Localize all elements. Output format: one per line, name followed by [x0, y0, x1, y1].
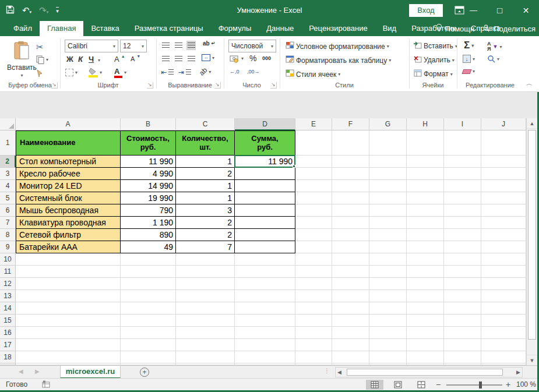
decrease-font-button[interactable]: А▼	[131, 55, 140, 62]
share-button[interactable]: Поделиться	[482, 24, 536, 34]
cell-F8[interactable]	[332, 229, 369, 241]
font-color-button[interactable]: А▾	[114, 67, 126, 78]
merge-center-icon[interactable]: ↔▾	[202, 54, 214, 61]
cell-F7[interactable]	[332, 217, 369, 229]
cell-D3[interactable]	[235, 168, 295, 180]
fill-color-button[interactable]: ▾	[89, 68, 102, 77]
cell-D2[interactable]: 11 990	[235, 156, 295, 168]
cell-A6[interactable]: Мышь беспроводная	[16, 204, 121, 217]
fill-down-icon[interactable]: ↓▾	[463, 55, 475, 63]
cell-I1[interactable]	[444, 130, 481, 156]
clipboard-dialog-launcher-icon[interactable]: ↘	[51, 82, 58, 89]
cell-C2[interactable]: 1	[176, 156, 235, 168]
cell-J12[interactable]	[481, 278, 526, 290]
cell-H10[interactable]	[407, 253, 444, 266]
cell-H17[interactable]	[407, 339, 444, 351]
cell-E4[interactable]	[295, 180, 332, 192]
tab-formulas[interactable]: Формулы	[211, 21, 259, 36]
borders-button[interactable]: ▾	[65, 69, 77, 76]
sheet-tab[interactable]: microexcel.ru	[60, 366, 121, 379]
cell-B5[interactable]: 19 990	[121, 192, 176, 204]
cell-G8[interactable]	[369, 229, 407, 241]
add-sheet-icon[interactable]: +	[140, 368, 149, 377]
cell-I12[interactable]	[444, 278, 481, 290]
font-name-select[interactable]: Calibri▾	[65, 40, 118, 52]
cell-E7[interactable]	[295, 217, 332, 229]
row-header-2[interactable]: 2	[0, 156, 16, 168]
undo-icon[interactable]: ↶▾	[22, 5, 31, 16]
cell-J5[interactable]	[481, 192, 526, 204]
cell-A9[interactable]: Батарейки AAA	[16, 241, 121, 253]
comma-style-icon[interactable]: 000	[262, 55, 271, 61]
cell-H14[interactable]	[407, 302, 444, 315]
cell-J15[interactable]	[481, 315, 526, 327]
cell-G9[interactable]	[369, 241, 407, 253]
underline-dropdown-arrow[interactable]: ▾	[98, 58, 100, 63]
row-header-18[interactable]: 18	[0, 351, 16, 363]
copy-icon[interactable]: ▾	[36, 55, 48, 64]
cell-D6[interactable]	[235, 204, 295, 217]
cell-F5[interactable]	[332, 192, 369, 204]
tab-file[interactable]: Файл	[6, 21, 40, 36]
bold-button[interactable]: Ж	[66, 55, 73, 63]
cell-A4[interactable]: Монитор 24 LED	[16, 180, 121, 192]
row-header-1[interactable]: 1	[0, 130, 16, 156]
cell-C3[interactable]: 2	[176, 168, 235, 180]
view-page-layout-icon[interactable]	[389, 380, 407, 390]
cell-H7[interactable]	[407, 217, 444, 229]
cell-B17[interactable]	[121, 339, 176, 351]
format-as-table-button[interactable]: Форматировать как таблицу▾	[286, 55, 391, 65]
cell-B14[interactable]	[121, 302, 176, 315]
cell-I6[interactable]	[444, 204, 481, 217]
cell-J6[interactable]	[481, 204, 526, 217]
select-all-button[interactable]	[0, 118, 16, 130]
cell-F3[interactable]	[332, 168, 369, 180]
tab-insert[interactable]: Вставка	[83, 21, 126, 36]
cell-J17[interactable]	[481, 339, 526, 351]
cell-D5[interactable]	[235, 192, 295, 204]
vertical-scroll-thumb[interactable]	[528, 130, 536, 340]
cell-A2[interactable]: Стол компьютерный	[16, 156, 121, 168]
close-button[interactable]: ✕	[513, 0, 539, 21]
cell-B3[interactable]: 4 990	[121, 168, 176, 180]
cell-C15[interactable]	[176, 315, 235, 327]
cell-D15[interactable]	[235, 315, 295, 327]
cell-E1[interactable]	[295, 130, 332, 156]
view-normal-icon[interactable]	[366, 380, 383, 390]
align-right-icon[interactable]	[186, 54, 196, 63]
cell-H6[interactable]	[407, 204, 444, 217]
cell-J1[interactable]	[481, 130, 526, 156]
row-header-16[interactable]: 16	[0, 327, 16, 339]
cell-F2[interactable]	[332, 156, 369, 168]
cell-G5[interactable]	[369, 192, 407, 204]
cell-J16[interactable]	[481, 327, 526, 339]
cell-J8[interactable]	[481, 229, 526, 241]
cell-D4[interactable]	[235, 180, 295, 192]
cell-H3[interactable]	[407, 168, 444, 180]
cell-B1[interactable]: Стоимость,руб.	[121, 130, 176, 156]
cell-C14[interactable]	[176, 302, 235, 315]
cell-B13[interactable]	[121, 290, 176, 302]
cell-J7[interactable]	[481, 217, 526, 229]
zoom-in-icon[interactable]: +	[506, 380, 510, 389]
number-format-select[interactable]: Числовой▾	[228, 40, 276, 52]
cell-B10[interactable]	[121, 253, 176, 266]
insert-cells-button[interactable]: Вставить▾	[414, 41, 457, 51]
cell-E10[interactable]	[295, 253, 332, 266]
cell-B18[interactable]	[121, 351, 176, 363]
sheet-bar-resize-handle[interactable]: ⋮	[324, 368, 329, 374]
conditional-formatting-button[interactable]: Условное форматирование▾	[286, 41, 389, 51]
zoom-out-icon[interactable]: −	[436, 380, 441, 389]
maximize-button[interactable]: □	[487, 0, 513, 21]
number-dialog-launcher-icon[interactable]: ↘	[270, 82, 277, 89]
cell-F16[interactable]	[332, 327, 369, 339]
minimize-button[interactable]: —	[460, 0, 487, 21]
horizontal-scroll-thumb[interactable]	[347, 369, 503, 376]
row-header-4[interactable]: 4	[0, 180, 16, 192]
cell-C8[interactable]: 2	[176, 229, 235, 241]
increase-indent-icon[interactable]: ⇥	[178, 68, 191, 76]
cell-styles-button[interactable]: Стили ячеек▾	[286, 69, 340, 79]
cell-C7[interactable]: 2	[176, 217, 235, 229]
cell-C4[interactable]: 1	[176, 180, 235, 192]
cell-A1[interactable]: Наименование	[16, 130, 121, 156]
